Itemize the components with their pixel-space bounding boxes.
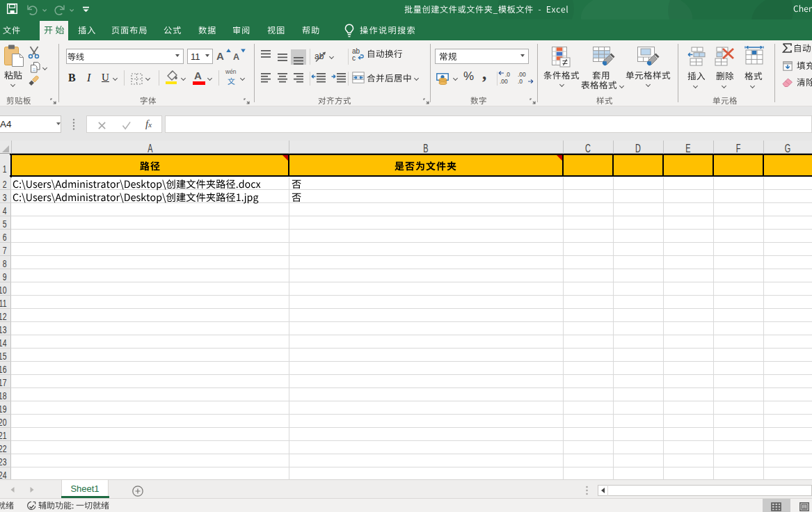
- svg-text:.00: .00: [518, 71, 526, 78]
- svg-text:c: c: [352, 54, 356, 61]
- svg-text:ab: ab: [315, 51, 324, 61]
- svg-text:.0: .0: [505, 71, 510, 78]
- svg-text:.00: .00: [500, 78, 508, 84]
- svg-text:.0: .0: [518, 78, 523, 84]
